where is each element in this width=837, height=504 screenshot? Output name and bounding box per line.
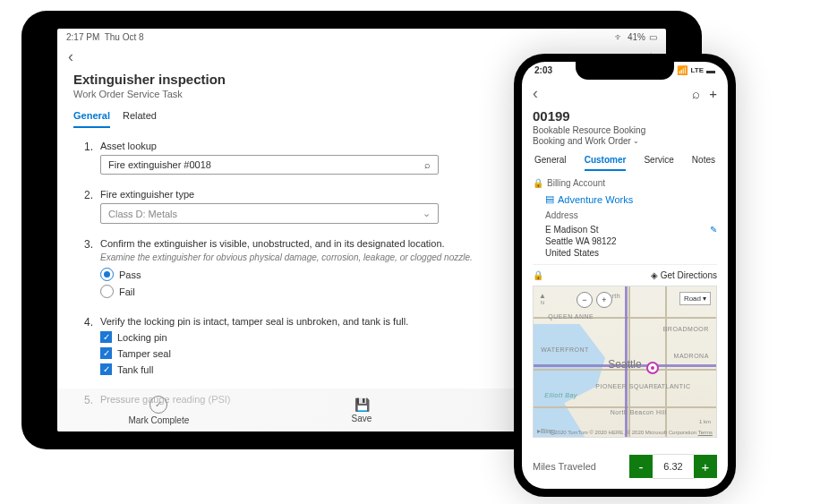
- type-select[interactable]: Class D: Metals ⌄: [100, 203, 439, 224]
- chevron-down-icon: ▾: [703, 295, 706, 303]
- customer-name: Adventure Works: [558, 194, 633, 205]
- edit-icon[interactable]: ✎: [710, 224, 717, 235]
- tab-service[interactable]: Service: [644, 155, 673, 171]
- map-style-select[interactable]: Road▾: [679, 292, 711, 305]
- radio-pass-label: Pass: [119, 269, 141, 280]
- add-icon[interactable]: +: [709, 86, 717, 101]
- cb-label: Tamper seal: [117, 348, 171, 359]
- lock-icon: 🔒: [533, 178, 543, 188]
- q2-num: 2.: [82, 189, 93, 224]
- map-label: MADRONA: [674, 353, 709, 359]
- map-label: WATERFRONT: [541, 346, 589, 353]
- address-text: E Madison St Seattle WA 98122 United Sta…: [545, 224, 617, 259]
- back-icon[interactable]: ‹: [533, 84, 538, 103]
- mark-complete-button[interactable]: ✓ Mark Complete: [57, 396, 260, 425]
- get-directions-link[interactable]: ◈Get Directions: [651, 270, 717, 280]
- lte-text: LTE: [690, 66, 704, 74]
- chevron-down-icon: ⌄: [633, 137, 639, 145]
- map-label: BROADMOOR: [663, 326, 709, 332]
- map-label: Elliott Bay: [544, 392, 577, 398]
- signal-icon: 📶: [677, 65, 688, 75]
- address-label: Address: [545, 210, 717, 220]
- battery-text: 41%: [628, 32, 645, 42]
- status-bar: 2:17 PM Thu Oct 8 ᯤ 41% ▭: [57, 29, 666, 46]
- decrement-button[interactable]: -: [629, 455, 653, 478]
- billing-label: Billing Account: [547, 178, 605, 188]
- wifi-icon: ᯤ: [615, 32, 624, 42]
- map-widget[interactable]: North QUEEN ANNE BROADMOOR WATERFRONT MA…: [533, 286, 717, 438]
- account-icon: ▤: [545, 193, 554, 205]
- battery-icon: ▬: [706, 65, 715, 75]
- record-title: 00199: [533, 108, 717, 124]
- type-value: Class D: Metals: [108, 209, 177, 219]
- map-label: PIONEER SQUARE: [595, 383, 658, 389]
- terms-link[interactable]: Terms: [698, 430, 713, 435]
- miles-row: Miles Traveled - 6.32 +: [522, 454, 728, 479]
- entity-name: Bookable Resource Booking: [533, 125, 717, 135]
- compass-icon: ▲N: [539, 292, 546, 305]
- map-style-value: Road: [684, 295, 701, 303]
- asset-lookup-field[interactable]: Fire extinguisher #0018 ⌕: [100, 155, 439, 175]
- tab-notes[interactable]: Notes: [692, 155, 715, 171]
- map-scale: 1 km: [699, 419, 711, 424]
- phone-tabs: General Customer Service Notes: [533, 155, 717, 171]
- miles-value: 6.32: [653, 454, 694, 479]
- addr3: United States: [545, 247, 617, 259]
- search-icon: ⌕: [424, 159, 431, 170]
- form-picker[interactable]: Booking and Work Order⌄: [533, 136, 717, 146]
- zoom-in-button[interactable]: +: [596, 292, 612, 308]
- notch: [576, 62, 674, 80]
- phone-time: 2:03: [534, 65, 552, 75]
- save-icon: 💾: [354, 397, 370, 412]
- phone-device: 2:03 📶LTE▬ ‹ ⌕ + 00199 Bookable Resource…: [514, 54, 736, 497]
- map-label: North Beacon Hill: [611, 409, 667, 415]
- tool-label: Mark Complete: [128, 415, 189, 425]
- addr1: E Madison St: [545, 224, 617, 235]
- radio-fail-label: Fail: [119, 286, 135, 297]
- map-label: ATLANTIC: [657, 383, 690, 389]
- tab-related[interactable]: Related: [123, 110, 157, 128]
- map-city-label: Seattle: [608, 358, 641, 371]
- save-button[interactable]: 💾 Save: [260, 397, 464, 423]
- phone-topbar: ‹ ⌕ +: [522, 79, 728, 108]
- map-label: QUEEN ANNE: [548, 313, 594, 320]
- status-time: 2:17 PM: [66, 32, 99, 42]
- directions-label: Get Directions: [661, 270, 717, 280]
- lock-icon: 🔒: [533, 270, 543, 280]
- map-attribution: © 2020 TomTom © 2020 HERE, © 2020 Micros…: [549, 430, 713, 435]
- q3-num: 3.: [82, 238, 93, 302]
- increment-button[interactable]: +: [694, 455, 717, 478]
- diamond-icon: ◈: [651, 270, 658, 280]
- cb-label: Locking pin: [117, 332, 167, 343]
- battery-icon: ▭: [649, 32, 657, 42]
- q1-num: 1.: [82, 141, 93, 175]
- form-name: Booking and Work Order: [533, 136, 631, 146]
- tool-label: Save: [352, 414, 372, 423]
- tab-customer[interactable]: Customer: [585, 155, 627, 171]
- miles-label: Miles Traveled: [533, 461, 629, 472]
- search-icon[interactable]: ⌕: [692, 86, 700, 101]
- asset-lookup-value: Fire extinguisher #0018: [108, 159, 211, 170]
- status-date: Thu Oct 8: [105, 32, 144, 42]
- addr2: Seattle WA 98122: [545, 235, 617, 247]
- tab-general[interactable]: General: [534, 155, 567, 171]
- customer-link[interactable]: ▤Adventure Works: [545, 193, 717, 205]
- check-icon: ✓: [149, 396, 167, 414]
- phone-screen: 2:03 📶LTE▬ ‹ ⌕ + 00199 Bookable Resource…: [522, 62, 728, 489]
- back-icon[interactable]: ‹: [68, 47, 73, 66]
- cb-label: Tank full: [117, 364, 153, 375]
- zoom-out-button[interactable]: −: [577, 292, 593, 308]
- chevron-down-icon: ⌄: [423, 208, 431, 219]
- q4-num: 4.: [82, 316, 93, 380]
- tab-general[interactable]: General: [73, 110, 110, 128]
